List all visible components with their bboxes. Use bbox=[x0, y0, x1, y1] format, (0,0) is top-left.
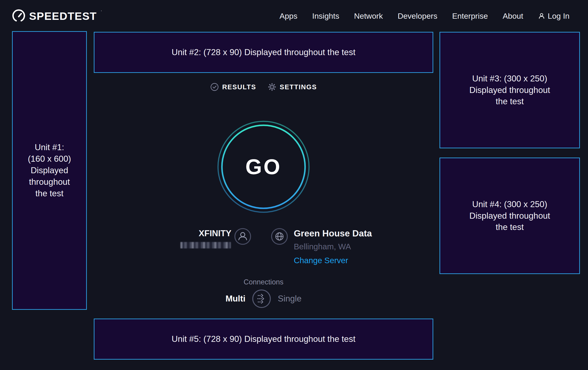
change-server-link[interactable]: Change Server bbox=[294, 256, 372, 265]
nav-item-enterprise[interactable]: Enterprise bbox=[452, 11, 488, 20]
ad-unit-1[interactable]: Unit #1: (160 x 600) Displayed throughou… bbox=[12, 31, 87, 310]
tab-settings[interactable]: SETTINGS bbox=[268, 83, 317, 91]
server-info: Green House Data Bellingham, WA Change S… bbox=[294, 228, 372, 265]
globe-icon bbox=[271, 228, 288, 245]
redacted-ip bbox=[180, 242, 231, 249]
login-button[interactable]: Log In bbox=[538, 11, 569, 20]
isp-avatar-icon bbox=[234, 228, 252, 245]
multi-connection-arrows-icon bbox=[252, 289, 271, 308]
nav-item-network[interactable]: Network bbox=[354, 11, 383, 20]
isp-name: XFINITY bbox=[162, 229, 231, 238]
login-label: Log In bbox=[547, 11, 569, 20]
ad-unit-5-label: Unit #5: (728 x 90) Displayed throughout… bbox=[172, 333, 356, 345]
tab-settings-label: SETTINGS bbox=[280, 83, 317, 91]
user-icon bbox=[538, 12, 545, 20]
go-button[interactable]: GO bbox=[245, 155, 282, 179]
connections-multi-option[interactable]: Multi bbox=[225, 294, 245, 304]
check-circle-icon bbox=[210, 83, 219, 91]
ad-unit-1-label: Unit #1: (160 x 600) Displayed throughou… bbox=[28, 142, 71, 199]
ad-unit-3[interactable]: Unit #3: (300 x 250) Displayed throughou… bbox=[440, 32, 580, 148]
connections-toggle-row: Multi Single bbox=[225, 289, 301, 308]
nav-item-insights[interactable]: Insights bbox=[312, 11, 339, 20]
ad-unit-2[interactable]: Unit #2: (728 x 90) Displayed throughout… bbox=[94, 32, 433, 73]
speedtest-logo[interactable]: SPEEDTEST ʼ bbox=[12, 9, 102, 23]
nav-item-about[interactable]: About bbox=[503, 11, 523, 20]
tab-results[interactable]: RESULTS bbox=[210, 83, 256, 91]
ad-unit-4[interactable]: Unit #4: (300 x 250) Displayed throughou… bbox=[440, 158, 580, 274]
nav-item-apps[interactable]: Apps bbox=[279, 11, 297, 20]
connections-single-option[interactable]: Single bbox=[278, 294, 302, 304]
ad-unit-5[interactable]: Unit #5: (728 x 90) Displayed throughout… bbox=[94, 319, 433, 360]
server-name: Green House Data bbox=[294, 228, 372, 239]
logo-wordmark: SPEEDTEST bbox=[29, 10, 97, 22]
speedtest-page: SPEEDTEST ʼ Apps Insights Network Develo… bbox=[0, 0, 588, 370]
ad-unit-2-label: Unit #2: (728 x 90) Displayed throughout… bbox=[172, 47, 356, 58]
trademark-mark: ʼ bbox=[101, 10, 102, 14]
tab-results-label: RESULTS bbox=[222, 83, 256, 91]
top-nav: Apps Insights Network Developers Enterpr… bbox=[279, 0, 569, 32]
server-location: Bellingham, WA bbox=[294, 242, 372, 251]
gear-icon bbox=[268, 83, 276, 91]
speedometer-icon bbox=[12, 9, 25, 23]
nav-item-developers[interactable]: Developers bbox=[398, 11, 437, 20]
ad-unit-4-label: Unit #4: (300 x 250) Displayed throughou… bbox=[469, 199, 550, 233]
connections-label: Connections bbox=[244, 278, 283, 286]
results-settings-tabs: RESULTS SETTING bbox=[210, 83, 317, 91]
ad-unit-3-label: Unit #3: (300 x 250) Displayed throughou… bbox=[469, 73, 550, 108]
connections-toggle[interactable] bbox=[252, 289, 271, 308]
